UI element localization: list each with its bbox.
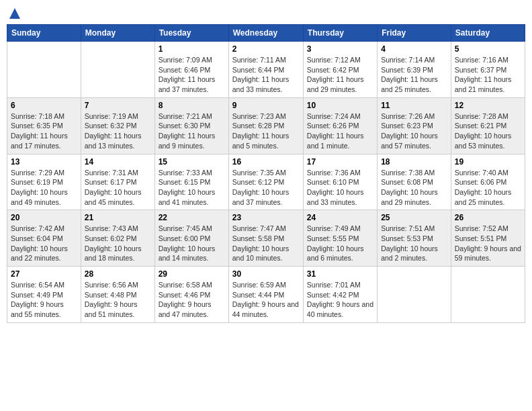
calendar-week-4: 20Sunrise: 7:42 AMSunset: 6:04 PMDayligh… [7,210,525,267]
calendar-cell: 25Sunrise: 7:51 AMSunset: 5:53 PMDayligh… [378,210,451,267]
calendar-cell: 1Sunrise: 7:09 AMSunset: 6:46 PMDaylight… [154,42,228,98]
header-day-friday: Friday [378,25,451,42]
day-number: 24 [307,213,373,222]
day-info: Sunrise: 6:59 AMSunset: 4:44 PMDaylight:… [232,280,300,320]
calendar-week-5: 27Sunrise: 6:54 AMSunset: 4:49 PMDayligh… [7,267,525,323]
calendar-cell: 27Sunrise: 6:54 AMSunset: 4:49 PMDayligh… [7,267,81,323]
calendar-cell: 4Sunrise: 7:14 AMSunset: 6:39 PMDaylight… [378,42,451,98]
day-info: Sunrise: 7:09 AMSunset: 6:46 PMDaylight:… [159,55,225,95]
calendar-cell: 8Sunrise: 7:21 AMSunset: 6:30 PMDaylight… [154,97,228,154]
calendar-cell: 22Sunrise: 7:45 AMSunset: 6:00 PMDayligh… [154,210,228,267]
day-info: Sunrise: 7:42 AMSunset: 6:04 PMDaylight:… [11,224,77,263]
header-day-saturday: Saturday [451,25,525,42]
day-number: 23 [232,213,300,222]
day-number: 25 [381,213,447,222]
day-number: 13 [11,157,77,167]
calendar-week-1: 1Sunrise: 7:09 AMSunset: 6:46 PMDaylight… [7,42,525,98]
svg-marker-0 [9,8,20,19]
day-number: 8 [159,101,225,110]
day-info: Sunrise: 6:54 AMSunset: 4:49 PMDaylight:… [11,280,77,320]
day-number: 3 [307,44,373,54]
day-number: 17 [307,157,373,167]
day-info: Sunrise: 7:51 AMSunset: 5:53 PMDaylight:… [381,224,447,263]
day-info: Sunrise: 7:31 AMSunset: 6:17 PMDaylight:… [85,168,151,208]
day-info: Sunrise: 7:29 AMSunset: 6:19 PMDaylight:… [11,168,77,208]
day-info: Sunrise: 7:47 AMSunset: 5:58 PMDaylight:… [232,224,300,263]
calendar-cell: 24Sunrise: 7:49 AMSunset: 5:55 PMDayligh… [303,210,377,267]
day-info: Sunrise: 7:28 AMSunset: 6:21 PMDaylight:… [455,111,521,151]
calendar-cell: 9Sunrise: 7:23 AMSunset: 6:28 PMDaylight… [228,97,303,154]
calendar-cell: 16Sunrise: 7:35 AMSunset: 6:12 PMDayligh… [228,154,303,210]
day-number: 19 [455,157,521,167]
calendar: SundayMondayTuesdayWednesdayThursdayFrid… [7,24,525,323]
day-number: 4 [381,44,447,54]
logo-icon [8,7,21,20]
day-info: Sunrise: 7:23 AMSunset: 6:28 PMDaylight:… [232,111,300,151]
day-number: 21 [85,213,151,222]
header-day-monday: Monday [81,25,154,42]
day-number: 29 [159,269,225,279]
day-number: 30 [232,269,300,279]
calendar-cell: 11Sunrise: 7:26 AMSunset: 6:23 PMDayligh… [378,97,451,154]
calendar-cell: 31Sunrise: 7:01 AMSunset: 4:42 PMDayligh… [303,267,377,323]
day-number: 6 [11,101,77,110]
header [7,7,525,20]
day-number: 28 [85,269,151,279]
day-number: 10 [307,101,373,110]
day-number: 16 [232,157,300,167]
day-number: 27 [11,269,77,279]
calendar-cell [81,42,154,98]
header-day-sunday: Sunday [7,25,81,42]
calendar-cell: 10Sunrise: 7:24 AMSunset: 6:26 PMDayligh… [303,97,377,154]
header-day-thursday: Thursday [303,25,377,42]
day-number: 26 [455,213,521,222]
day-info: Sunrise: 7:14 AMSunset: 6:39 PMDaylight:… [381,55,447,95]
day-info: Sunrise: 7:18 AMSunset: 6:35 PMDaylight:… [11,111,77,151]
day-info: Sunrise: 7:40 AMSunset: 6:06 PMDaylight:… [455,168,521,208]
day-info: Sunrise: 7:43 AMSunset: 6:02 PMDaylight:… [85,224,151,263]
day-info: Sunrise: 7:35 AMSunset: 6:12 PMDaylight:… [232,168,300,208]
day-info: Sunrise: 7:24 AMSunset: 6:26 PMDaylight:… [307,111,373,151]
day-number: 5 [455,44,521,54]
calendar-cell: 26Sunrise: 7:52 AMSunset: 5:51 PMDayligh… [451,210,525,267]
day-info: Sunrise: 7:21 AMSunset: 6:30 PMDaylight:… [159,111,225,151]
calendar-week-3: 13Sunrise: 7:29 AMSunset: 6:19 PMDayligh… [7,154,525,210]
calendar-cell: 29Sunrise: 6:58 AMSunset: 4:46 PMDayligh… [154,267,228,323]
day-number: 11 [381,101,447,110]
day-number: 1 [159,44,225,54]
day-info: Sunrise: 7:49 AMSunset: 5:55 PMDaylight:… [307,224,373,263]
calendar-cell: 20Sunrise: 7:42 AMSunset: 6:04 PMDayligh… [7,210,81,267]
day-number: 22 [159,213,225,222]
calendar-cell [378,267,451,323]
day-number: 31 [307,269,373,279]
day-number: 15 [159,157,225,167]
calendar-cell: 15Sunrise: 7:33 AMSunset: 6:15 PMDayligh… [154,154,228,210]
calendar-cell: 18Sunrise: 7:38 AMSunset: 6:08 PMDayligh… [378,154,451,210]
calendar-cell: 28Sunrise: 6:56 AMSunset: 4:48 PMDayligh… [81,267,154,323]
calendar-week-2: 6Sunrise: 7:18 AMSunset: 6:35 PMDaylight… [7,97,525,154]
day-number: 7 [85,101,151,110]
calendar-cell: 23Sunrise: 7:47 AMSunset: 5:58 PMDayligh… [228,210,303,267]
calendar-cell [7,42,81,98]
calendar-cell: 21Sunrise: 7:43 AMSunset: 6:02 PMDayligh… [81,210,154,267]
calendar-cell: 2Sunrise: 7:11 AMSunset: 6:44 PMDaylight… [228,42,303,98]
logo [7,7,21,20]
day-info: Sunrise: 7:26 AMSunset: 6:23 PMDaylight:… [381,111,447,151]
calendar-cell: 13Sunrise: 7:29 AMSunset: 6:19 PMDayligh… [7,154,81,210]
day-info: Sunrise: 6:56 AMSunset: 4:48 PMDaylight:… [85,280,151,320]
day-number: 2 [232,44,300,54]
calendar-header-row: SundayMondayTuesdayWednesdayThursdayFrid… [7,25,525,42]
day-info: Sunrise: 7:36 AMSunset: 6:10 PMDaylight:… [307,168,373,208]
day-number: 12 [455,101,521,110]
day-info: Sunrise: 7:12 AMSunset: 6:42 PMDaylight:… [307,55,373,95]
day-number: 18 [381,157,447,167]
calendar-cell: 7Sunrise: 7:19 AMSunset: 6:32 PMDaylight… [81,97,154,154]
calendar-cell: 6Sunrise: 7:18 AMSunset: 6:35 PMDaylight… [7,97,81,154]
header-day-wednesday: Wednesday [228,25,303,42]
calendar-cell: 5Sunrise: 7:16 AMSunset: 6:37 PMDaylight… [451,42,525,98]
day-info: Sunrise: 7:11 AMSunset: 6:44 PMDaylight:… [232,55,300,95]
calendar-cell: 3Sunrise: 7:12 AMSunset: 6:42 PMDaylight… [303,42,377,98]
day-info: Sunrise: 6:58 AMSunset: 4:46 PMDaylight:… [159,280,225,320]
day-number: 20 [11,213,77,222]
day-info: Sunrise: 7:01 AMSunset: 4:42 PMDaylight:… [307,280,373,320]
